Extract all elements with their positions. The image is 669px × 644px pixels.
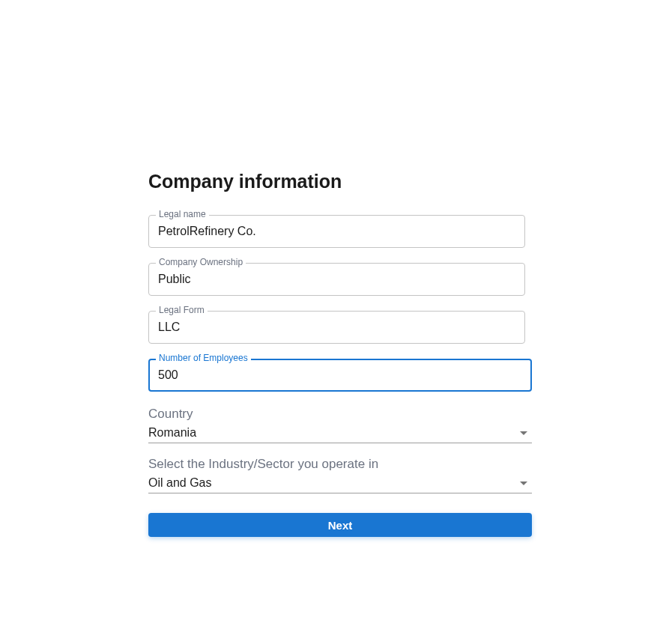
country-value: Romania [148,426,196,440]
industry-select[interactable]: Oil and Gas [148,476,532,493]
legal-name-label: Legal name [156,209,209,219]
country-select[interactable]: Romania [148,426,532,443]
chevron-down-icon [520,431,527,435]
chevron-down-icon [520,482,527,485]
country-field: Country Romania [148,407,532,443]
next-button[interactable]: Next [148,513,532,537]
number-of-employees-input[interactable] [148,359,532,392]
legal-name-field: Legal name [148,215,525,248]
number-of-employees-field: Number of Employees [148,359,532,392]
number-of-employees-label: Number of Employees [156,353,251,363]
company-ownership-label: Company Ownership [156,257,246,267]
country-label: Country [148,407,532,422]
legal-form-field: Legal Form [148,311,525,344]
legal-form-label: Legal Form [156,305,208,315]
legal-form-input[interactable] [148,311,525,344]
industry-field: Select the Industry/Sector you operate i… [148,457,532,493]
company-ownership-input[interactable] [148,263,525,296]
company-information-form: Company information Legal name Company O… [148,171,532,537]
industry-value: Oil and Gas [148,476,211,490]
form-title: Company information [148,171,532,192]
legal-name-input[interactable] [148,215,525,248]
industry-label: Select the Industry/Sector you operate i… [148,457,532,472]
company-ownership-field: Company Ownership [148,263,525,296]
